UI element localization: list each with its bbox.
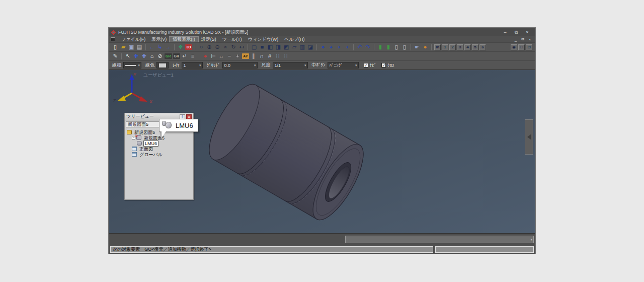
group-on-icon[interactable]: GR (165, 53, 172, 59)
shading-mode-1-icon[interactable]: ● (319, 44, 327, 51)
zoom-previous-icon[interactable]: ↤ (238, 44, 245, 51)
mdi-system-menu-icon[interactable] (111, 37, 115, 41)
hand-select-icon[interactable]: ☛ (414, 44, 421, 51)
new-file-icon[interactable]: ▯ (112, 44, 119, 51)
tree-item-label[interactable]: LMU6 (143, 140, 158, 147)
tree-item-label[interactable]: グローバル (138, 152, 164, 157)
full-window-icon[interactable]: □ (518, 44, 525, 50)
window-5-button[interactable]: 5 (472, 44, 478, 50)
pick-element-icon[interactable]: ✎ (112, 53, 119, 60)
title-bar[interactable]: FUJITSU Manufacturing Industry Solution … (109, 28, 535, 36)
grid-combo[interactable]: 0.0 ▾ (222, 62, 258, 68)
view-half-icon[interactable]: ◨ (275, 44, 282, 51)
view-sketch-icon[interactable]: ▥ (299, 44, 306, 51)
view-hidden-line-icon[interactable]: ◧ (267, 44, 274, 51)
expand-panel-tab[interactable] (525, 119, 533, 155)
view-shaded-icon[interactable]: ■ (259, 44, 266, 51)
return-icon[interactable]: ↵ (181, 53, 188, 60)
convert-3d-icon[interactable]: 3D (185, 44, 192, 50)
view-section-icon[interactable]: ◩ (283, 44, 290, 51)
cross-checkbox[interactable]: ✓ ｸﾛｽ (381, 63, 394, 68)
middle-button-combo[interactable]: ﾊﾟﾆﾝｸﾞ ▾ (328, 62, 359, 68)
snap-end-point-icon[interactable]: ⊢ (210, 53, 217, 60)
zoom-in-icon[interactable]: ⊕ (206, 44, 213, 51)
fit-screen-icon[interactable]: ◉ (511, 44, 517, 50)
menu-item[interactable]: 表示(V) (148, 37, 170, 42)
snap-grid-fine-icon[interactable]: ∷ (282, 53, 289, 60)
navi-checkbox[interactable]: ✓ ﾅﾋﾞ (364, 63, 377, 68)
tree-item-label[interactable]: 正面図 (138, 147, 154, 152)
window-2-button[interactable]: 2 (449, 44, 456, 50)
close-panel-button[interactable]: × (186, 114, 192, 119)
snap-intersection-icon[interactable]: + (234, 53, 241, 60)
back-icon[interactable]: ← (148, 44, 155, 51)
restore-button[interactable]: ⧉ (511, 29, 522, 35)
menu-item[interactable]: ファイル(F) (118, 37, 148, 42)
scale-combo[interactable]: 1/1 ▾ (273, 62, 308, 68)
view-wireframe-icon[interactable]: ▢ (251, 44, 258, 51)
window-m-button[interactable]: m (434, 44, 441, 50)
window-1-button[interactable]: 1 (442, 44, 448, 50)
undo-icon[interactable]: ↶ (356, 44, 363, 51)
globe-icon[interactable]: ❖ (177, 44, 184, 51)
3d-model-lmu6[interactable] (200, 78, 372, 227)
tree-item[interactable]: グローバル (127, 152, 193, 157)
command-history-combo[interactable]: ▾ (345, 236, 534, 243)
mdi-close-button[interactable]: × (526, 37, 533, 42)
group-off-icon[interactable]: GR (173, 53, 181, 59)
menu-item[interactable]: ウィンドウ(W) (245, 37, 282, 42)
menu-item[interactable]: 情報表示(I) (170, 37, 198, 42)
zoom-icon[interactable]: ○ (198, 44, 205, 51)
line-type-combo[interactable]: ▾ (123, 62, 141, 68)
wire-cylinder-2-icon[interactable]: ▯ (401, 44, 408, 51)
lock-icon[interactable]: ● (422, 44, 429, 51)
tree-item[interactable]: −新規図面5 (127, 135, 193, 140)
menu-item[interactable]: 設定(S) (198, 37, 219, 42)
shading-mode-3-icon[interactable]: ◗ (336, 44, 343, 51)
redraw-icon[interactable]: ↻ (230, 44, 237, 51)
wire-cylinder-1-icon[interactable]: ▯ (393, 44, 400, 51)
solid-cylinder-2-icon[interactable]: ▮ (385, 44, 392, 51)
3d-viewport[interactable]: ユーザビュー1 (109, 69, 535, 233)
layer-combo[interactable]: 1 ▾ (182, 62, 203, 68)
window-6-button[interactable]: 6 (479, 44, 486, 50)
mdi-minimize-button[interactable]: _ (512, 37, 519, 42)
list-icon[interactable]: ≡ (189, 53, 196, 60)
shading-mode-2-icon[interactable]: ◕ (328, 44, 335, 51)
snap-arc-point-icon[interactable]: ∩ (258, 53, 265, 60)
view-plane-icon[interactable]: ▱ (291, 44, 298, 51)
collapse-panel-button[interactable]: ⇑ (180, 114, 185, 119)
tree-item[interactable]: LMU6 (127, 140, 193, 146)
view-points-icon[interactable]: ◪ (307, 44, 314, 51)
select-arrow-icon[interactable]: ↖ (124, 53, 131, 60)
close-button[interactable]: × (522, 29, 533, 35)
snap-grid-icon[interactable]: ∷ (274, 53, 281, 60)
snap-free-point-icon[interactable]: ● (202, 53, 209, 60)
forward-icon[interactable]: → (165, 44, 172, 51)
branch-icon[interactable]: ↳ (156, 44, 164, 51)
save-icon[interactable]: ▣ (128, 44, 135, 51)
redo-icon[interactable]: ↷ (364, 44, 371, 51)
window-3-button[interactable]: 3 (457, 44, 463, 50)
mdi-restore-button[interactable]: ⧉ (519, 37, 526, 42)
shading-mode-4-icon[interactable]: ◖ (344, 44, 351, 51)
erase-icon[interactable]: ⊘ (156, 53, 164, 60)
solid-cylinder-1-icon[interactable]: ▮ (377, 44, 384, 51)
polygon-icon[interactable]: ⌂ (148, 53, 155, 60)
menu-item[interactable]: ヘルプ(H) (281, 37, 307, 42)
snap-parallel-icon[interactable]: ∥ (250, 53, 257, 60)
zoom-cancel-icon[interactable]: × (222, 44, 229, 51)
open-file-icon[interactable]: ▰ (120, 44, 127, 51)
print-icon[interactable]: ▤ (136, 44, 143, 51)
center-view-icon[interactable]: ⊡ (526, 44, 532, 50)
snap-auto-point-icon[interactable]: AP (242, 53, 249, 59)
tree-item[interactable]: 正面図 (127, 146, 193, 152)
line-color-swatch[interactable] (156, 62, 169, 68)
menu-item[interactable]: ツール(T) (219, 37, 245, 42)
zoom-out-icon[interactable]: ⊖ (214, 44, 221, 51)
minimize-button[interactable]: – (500, 29, 511, 35)
window-4-button[interactable]: 4 (464, 44, 471, 50)
snap-mid-point-icon[interactable]: ↔ (218, 53, 225, 60)
snap-offset-icon[interactable]: − (226, 53, 233, 60)
move-copy-icon[interactable]: ✚ (140, 53, 147, 60)
